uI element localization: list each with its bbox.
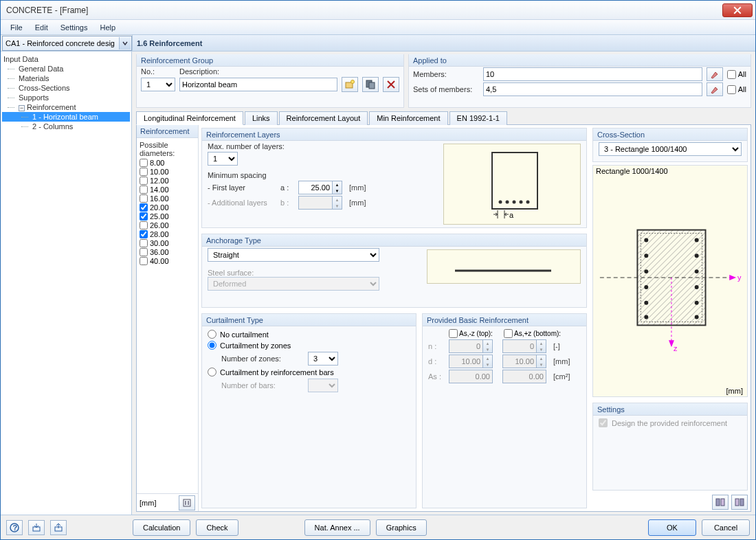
sets-all-checkbox[interactable]: All <box>727 85 746 94</box>
tree-reinforcement[interactable]: −Reinforcement <box>2 102 130 112</box>
settings-panel: Settings Design the provided reinforceme… <box>592 403 748 491</box>
reinforcement-diameters-panel: Reinforcement Possible diameters: 8.0010… <box>137 125 199 511</box>
import-button[interactable] <box>28 520 45 535</box>
tree-item[interactable]: 2 - Columns <box>2 122 130 131</box>
svg-point-27 <box>695 285 699 289</box>
as-top-check[interactable]: As,-z (top): <box>449 329 500 338</box>
n-bottom-spin: ▲▼ <box>502 339 546 353</box>
svg-point-23 <box>644 315 648 319</box>
curtailment-none-radio[interactable]: No curtailment <box>208 330 410 339</box>
possible-diameters-label: Possible diameters: <box>140 141 195 157</box>
cross-section-select[interactable]: 3 - Rectangle 1000/1400 <box>599 142 742 156</box>
as-bottom-check[interactable]: As,+z (bottom): <box>504 329 562 338</box>
diameter-item[interactable]: 25.00 <box>140 212 195 221</box>
menu-help[interactable]: Help <box>94 22 121 33</box>
tab-en1992[interactable]: EN 1992-1-1 <box>449 111 507 125</box>
diameter-item[interactable]: 10.00 <box>140 168 195 177</box>
check-button[interactable]: Check <box>196 519 238 536</box>
design-provided-checkbox: Design the provided reinforcement <box>599 418 742 427</box>
menu-settings[interactable]: Settings <box>55 22 93 33</box>
diameter-item[interactable]: 16.00 <box>140 194 195 203</box>
svg-rect-35 <box>721 499 724 506</box>
diameter-item[interactable]: 14.00 <box>140 185 195 194</box>
tab-layout[interactable]: Reinforcement Layout <box>279 111 368 125</box>
anchorage-type-select[interactable]: Straight <box>208 248 379 262</box>
svg-point-22 <box>644 301 648 305</box>
diameter-item[interactable]: 20.00 <box>140 203 195 212</box>
diameter-item[interactable]: 40.00 <box>140 257 195 266</box>
svg-text:?: ? <box>13 524 18 532</box>
svg-point-21 <box>644 285 648 289</box>
no-select[interactable]: 1 <box>141 78 175 91</box>
design-combo[interactable]: CA1 - Reinforced concrete desig <box>2 36 132 51</box>
new-button[interactable] <box>342 77 358 92</box>
graphics-button[interactable]: Graphics <box>376 519 427 536</box>
svg-text:z: z <box>674 344 678 352</box>
members-all-checkbox[interactable]: All <box>727 70 746 79</box>
diameter-item[interactable]: 26.00 <box>140 221 195 230</box>
first-layer-spin[interactable]: ▲▼ <box>298 181 342 194</box>
close-icon <box>733 6 742 14</box>
diameter-item[interactable]: 12.00 <box>140 177 195 185</box>
zones-num-select[interactable]: 3 <box>308 352 338 365</box>
tree-item[interactable]: Materials <box>2 74 130 83</box>
help-button[interactable]: ? <box>6 520 23 535</box>
close-button[interactable] <box>722 3 753 17</box>
copy-button[interactable] <box>362 77 379 92</box>
bars-num-select <box>308 379 338 392</box>
diameter-item[interactable]: 36.00 <box>140 248 195 257</box>
tree-item[interactable]: Cross-Sections <box>2 83 130 93</box>
ok-button[interactable]: OK <box>648 519 696 536</box>
tab-longitudinal[interactable]: Longitudinal Reinforcement <box>136 111 243 125</box>
pick-members-button[interactable] <box>707 67 723 81</box>
panel-title: Provided Basic Reinforcement <box>423 314 586 326</box>
anchorage-diagram <box>427 249 581 284</box>
curtailment-zones-radio[interactable]: Curtailment by zones <box>208 341 410 350</box>
svg-point-29 <box>695 315 699 319</box>
view-icon <box>735 497 744 507</box>
tree-root[interactable]: Input Data <box>2 54 130 64</box>
curtailment-bars-radio[interactable]: Curtailment by reinforcement bars <box>208 368 410 376</box>
svg-text:a: a <box>509 211 514 219</box>
members-label: Members: <box>413 70 479 78</box>
sets-input[interactable] <box>483 82 702 96</box>
max-layers-select[interactable]: 1 <box>208 152 238 166</box>
panel-title: Curtailment Type <box>202 314 416 326</box>
bottom-bar: ? Calculation Check Nat. Annex ... Graph… <box>1 515 755 539</box>
tab-links[interactable]: Links <box>245 111 278 125</box>
diameter-item[interactable]: 8.00 <box>140 159 195 168</box>
collapse-icon[interactable]: − <box>19 105 25 111</box>
view-mode-1-button[interactable] <box>712 495 729 510</box>
menu-edit[interactable]: Edit <box>30 22 54 33</box>
pick-sets-button[interactable] <box>707 82 723 96</box>
cross-section-diagram: Rectangle 1000/1400 y z [mm] <box>592 165 748 397</box>
tree-item-selected[interactable]: 1 - Horizontal beam <box>2 112 130 122</box>
main-pane: Reinforcement Group No.: Description: 1 <box>132 52 755 515</box>
menu-file[interactable]: File <box>5 22 28 33</box>
zones-num-label: Number of zones: <box>221 355 304 363</box>
nat-annex-button[interactable]: Nat. Annex ... <box>304 519 370 536</box>
svg-text:y: y <box>737 273 742 282</box>
svg-rect-3 <box>369 82 375 89</box>
svg-point-26 <box>695 269 699 273</box>
view-mode-2-button[interactable] <box>731 495 748 510</box>
tab-min[interactable]: Min Reinforcement <box>369 111 447 125</box>
surface-select: Deformed <box>208 277 379 291</box>
cancel-button[interactable]: Cancel <box>702 519 750 536</box>
delete-button[interactable] <box>383 77 399 92</box>
export-button[interactable] <box>50 520 67 535</box>
diameter-item[interactable]: 30.00 <box>140 239 195 248</box>
members-input[interactable] <box>483 67 702 81</box>
cs-caption: Rectangle 1000/1400 <box>596 167 668 175</box>
diameter-item[interactable]: 28.00 <box>140 230 195 239</box>
no-label: No.: <box>141 67 175 76</box>
d-top-spin: ▲▼ <box>449 355 493 368</box>
tab-body: Reinforcement Possible diameters: 8.0010… <box>136 124 751 512</box>
navigation-tree[interactable]: Input Data General Data Materials Cross-… <box>1 52 132 515</box>
description-input[interactable] <box>179 78 337 91</box>
tree-item[interactable]: General Data <box>2 64 130 74</box>
svg-point-28 <box>695 301 699 305</box>
tree-item[interactable]: Supports <box>2 93 130 102</box>
diameter-settings-button[interactable] <box>179 495 195 510</box>
calculation-button[interactable]: Calculation <box>133 519 190 536</box>
